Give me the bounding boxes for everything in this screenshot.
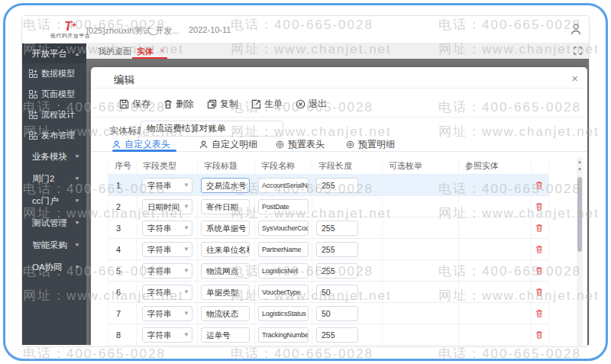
col-header-length: 字段长度 <box>312 157 383 175</box>
field-length-input[interactable]: 255 <box>316 242 358 257</box>
chevron-down-icon: ▼ <box>183 307 189 321</box>
field-length-input[interactable]: 255 <box>316 327 358 343</box>
field-name-input[interactable]: SysVoucherCod <box>258 221 309 236</box>
field-type-select[interactable]: 字符串▼ <box>142 221 192 236</box>
sidebar-item-label: 数据模型 <box>41 68 75 79</box>
field-title-input[interactable]: 往来单位名称 <box>201 242 250 257</box>
tab-close-icon[interactable]: × <box>160 46 164 55</box>
delete-row-button[interactable] <box>535 224 543 232</box>
col-header-actions <box>532 157 549 175</box>
screenshot-root: T+ 低代码开放平台 [025]zhouxih测试_开发... 2022-10-… <box>0 0 611 364</box>
field-name-input[interactable]: PartnerName <box>258 242 309 257</box>
modal-title: 编辑 <box>114 73 134 87</box>
sidebar-group-zhoumen2[interactable]: 周门2▼ <box>22 168 86 190</box>
field-title-input[interactable]: 运单号 <box>201 327 250 343</box>
gear-icon <box>276 140 284 149</box>
close-icon[interactable]: × <box>571 72 578 84</box>
scroll-down-icon[interactable]: ▼ <box>577 166 583 172</box>
sidebar-group-business[interactable]: 业务模块▼ <box>22 146 86 168</box>
delete-row-button[interactable] <box>535 330 543 339</box>
scrollbar-thumb[interactable] <box>577 177 582 252</box>
delete-row-button[interactable] <box>535 202 543 211</box>
trash-icon <box>535 224 543 232</box>
col-header-ref-entity: 参照实体 <box>459 157 532 175</box>
field-name-input[interactable]: AccountSerialNu <box>258 178 309 193</box>
ref-entity-cell <box>459 303 532 324</box>
field-name-input[interactable]: TrackingNumber <box>258 327 309 343</box>
ref-entity-cell <box>459 324 532 346</box>
ref-entity-cell <box>459 282 532 303</box>
delete-row-button[interactable] <box>535 245 543 253</box>
field-title-input[interactable]: 系统单据号 <box>201 221 250 236</box>
col-header-title: 字段标题 <box>198 157 255 175</box>
field-length-input[interactable]: 255 <box>316 221 358 236</box>
sidebar-item-label: 发布管理 <box>41 130 75 141</box>
trash-icon <box>535 288 543 296</box>
field-length-input[interactable]: 255 <box>316 178 358 193</box>
field-name-input[interactable]: LogisticsStatus <box>258 306 309 321</box>
delete-row-button[interactable] <box>535 266 543 275</box>
sidebar-group-smart-purchase[interactable]: 智能采购▼ <box>22 234 86 256</box>
delete-row-button[interactable] <box>535 181 543 189</box>
sidebar-item-publish[interactable]: 发布管理 <box>22 125 86 146</box>
field-length-input[interactable]: 50 <box>316 285 358 300</box>
chevron-down-icon: ▼ <box>74 243 80 248</box>
ref-entity-cell <box>459 260 532 282</box>
fullscreen-icon[interactable] <box>574 47 582 55</box>
sidebar-group-cc-portal[interactable]: cc门户▼ <box>22 190 86 212</box>
person-icon <box>112 140 121 149</box>
sidebar-item-page-model[interactable]: 页面模型 <box>22 84 86 105</box>
field-length-input[interactable]: 50 <box>316 306 358 321</box>
field-type-select[interactable]: 字符串▼ <box>142 285 192 300</box>
field-title-input[interactable]: 单据类型 <box>201 285 250 300</box>
field-title-input[interactable]: 物流网点 <box>201 263 250 279</box>
sidebar-header[interactable]: 开放平台 ▲ <box>22 43 86 63</box>
field-type-select[interactable]: 字符串▼ <box>142 263 192 279</box>
copy-icon <box>207 99 217 109</box>
chevron-down-icon: ▼ <box>74 198 80 204</box>
sidebar-item-data-model[interactable]: 数据模型 <box>22 63 86 84</box>
field-length-input[interactable]: 255 <box>316 263 358 279</box>
generate-button[interactable]: 生单 <box>251 98 283 111</box>
save-icon <box>119 99 129 109</box>
user-icon[interactable] <box>571 23 581 35</box>
tab-custom-detail[interactable]: 自定义明细 <box>199 138 257 151</box>
delete-row-button[interactable] <box>535 309 543 317</box>
table-scrollbar[interactable]: ▲ ▼ <box>577 157 583 346</box>
exit-button[interactable]: 退出 <box>296 98 327 111</box>
delete-button[interactable]: 删除 <box>163 98 194 111</box>
scroll-up-icon[interactable]: ▲ <box>577 159 583 165</box>
exit-icon <box>296 99 306 109</box>
field-name-input[interactable]: VoucherType <box>258 285 309 300</box>
field-type-select[interactable]: 字符串▼ <box>142 327 192 343</box>
person-icon <box>199 140 208 149</box>
copy-button[interactable]: 复制 <box>207 98 238 111</box>
trash-icon <box>535 181 543 189</box>
enum-cell <box>383 282 459 303</box>
divider <box>91 88 587 89</box>
field-title-input[interactable]: 交易流水号 <box>201 178 250 193</box>
field-type-select[interactable]: 字符串▼ <box>142 242 192 257</box>
component-icon <box>29 90 37 98</box>
tab-preset-header[interactable]: 预置表头 <box>276 138 325 151</box>
delete-row-button[interactable] <box>535 288 543 296</box>
field-name-input[interactable]: PostDate <box>258 199 309 214</box>
tab-entity[interactable]: 实体 <box>137 46 154 57</box>
tab-preset-detail[interactable]: 预置明细 <box>346 138 395 151</box>
ref-entity-cell <box>459 239 532 260</box>
entity-title-input[interactable]: 物流运费结算对账单 <box>141 121 283 137</box>
field-name-input[interactable]: LogisticsNet <box>258 263 309 279</box>
sidebar-group-oa[interactable]: OA协同▼ <box>22 256 86 279</box>
field-type-select[interactable]: 日期时间▼ <box>142 199 192 214</box>
save-button[interactable]: 保存 <box>119 98 150 111</box>
app-window: T+ 低代码开放平台 [025]zhouxih测试_开发... 2022-10-… <box>21 15 590 347</box>
field-title-input[interactable]: 寄件日期 <box>201 199 250 214</box>
field-type-select[interactable]: 字符串▼ <box>142 178 192 193</box>
field-title-input[interactable]: 物流状态 <box>201 306 250 321</box>
sidebar-item-flow-design[interactable]: 流程设计 <box>22 105 86 125</box>
table-row: 6 字符串▼ 单据类型 VoucherType 50 <box>108 282 549 303</box>
tab-my-desktop[interactable]: 我的桌面 <box>98 46 131 57</box>
fields-table: 序号 字段类型 字段标题 字段名称 字段长度 可选枚举 参照实体 1 字符串▼ … <box>108 157 549 346</box>
field-type-select[interactable]: 字符串▼ <box>142 306 192 321</box>
sidebar-group-test-mgmt[interactable]: 测试管理▼ <box>22 212 86 234</box>
